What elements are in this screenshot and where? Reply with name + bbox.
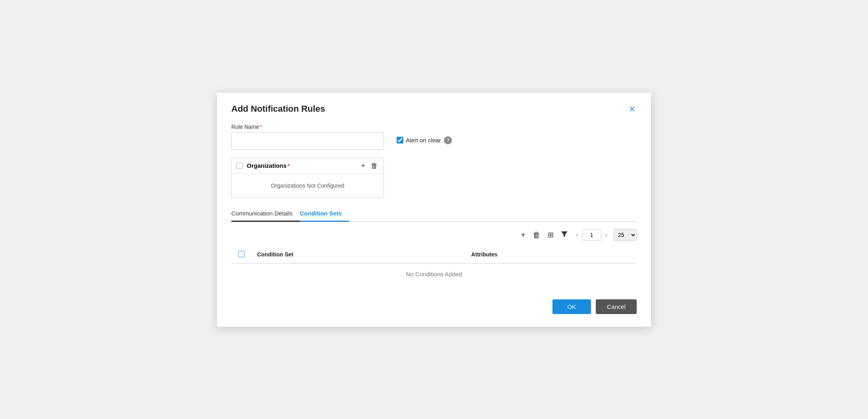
organizations-header: Organizations* + 🗑: [232, 158, 384, 174]
columns-button[interactable]: ⊞: [546, 231, 555, 239]
form-top-row: Rule Name* Alert on clear ?: [231, 124, 637, 150]
close-button[interactable]: ×: [628, 104, 637, 114]
tabs-row: Communication Details Condition Sets: [231, 206, 637, 222]
organizations-body: Organizations Not Configured: [232, 174, 384, 198]
org-delete-button[interactable]: 🗑: [370, 162, 379, 169]
ok-button[interactable]: OK: [552, 299, 591, 314]
table-header-checkbox-cell: [232, 246, 251, 263]
table-body: No Conditions Added: [232, 263, 637, 285]
conditions-table: Condition Set Attributes No Conditions A…: [231, 246, 637, 285]
table-header-condition-set: Condition Set: [251, 246, 465, 263]
org-actions: + 🗑: [360, 162, 379, 169]
pagination-nav: ‹ ›: [574, 229, 610, 241]
table-toolbar: + 🗑 ⊞ ‹ › 25 50 100: [231, 229, 637, 241]
organizations-checkbox[interactable]: [236, 163, 243, 169]
add-condition-button[interactable]: +: [519, 230, 527, 240]
next-page-button[interactable]: ›: [603, 231, 610, 239]
modal-footer: OK Cancel: [231, 299, 637, 314]
org-not-configured-text: Organizations Not Configured: [271, 182, 344, 189]
organizations-title: Organizations*: [247, 162, 356, 169]
alert-on-clear-label: Alert on clear: [406, 137, 441, 144]
tab-communication-details[interactable]: Communication Details: [231, 206, 300, 222]
per-page-select[interactable]: 25 50 100: [614, 229, 637, 241]
modal-header: Add Notification Rules ×: [231, 104, 637, 114]
delete-condition-button[interactable]: 🗑: [531, 230, 542, 240]
alert-on-clear-row: Alert on clear ?: [397, 136, 452, 144]
help-icon: ?: [444, 136, 452, 144]
alert-on-clear-checkbox[interactable]: [397, 137, 403, 144]
cancel-button[interactable]: Cancel: [596, 299, 637, 314]
table-header-row: Condition Set Attributes: [232, 246, 637, 263]
prev-page-button[interactable]: ‹: [574, 231, 580, 239]
no-data-cell: No Conditions Added: [232, 263, 637, 285]
table-select-all-checkbox[interactable]: [238, 251, 244, 257]
no-data-row: No Conditions Added: [232, 263, 637, 285]
org-required-star: *: [287, 162, 290, 169]
org-add-button[interactable]: +: [360, 162, 366, 169]
tab-condition-sets[interactable]: Condition Sets: [300, 206, 349, 222]
rule-name-group: Rule Name*: [231, 124, 384, 150]
table-header-attributes: Attributes: [465, 246, 637, 263]
rule-name-label: Rule Name*: [231, 124, 384, 130]
required-star: *: [260, 124, 262, 130]
rule-name-input[interactable]: [231, 132, 384, 150]
add-notification-rules-modal: Add Notification Rules × Rule Name* Aler…: [217, 93, 651, 327]
table-header: Condition Set Attributes: [232, 246, 637, 263]
page-number-input[interactable]: [582, 229, 601, 241]
svg-marker-0: [561, 231, 568, 237]
organizations-box: Organizations* + 🗑 Organizations Not Con…: [231, 158, 384, 198]
filter-button[interactable]: [559, 230, 570, 240]
modal-title: Add Notification Rules: [231, 104, 325, 114]
